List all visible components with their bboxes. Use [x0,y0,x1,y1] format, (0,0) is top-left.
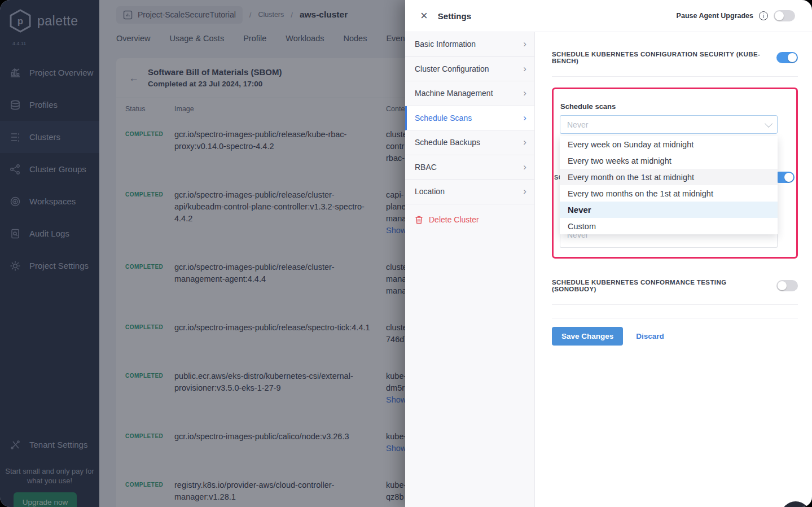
chevron-right-icon: › [523,112,526,124]
info-icon[interactable]: i [759,11,768,20]
save-changes-button[interactable]: Save Changes [552,327,623,346]
menu-item-machine-management[interactable]: Machine Management › [405,81,534,106]
settings-menu: Basic Information › Cluster Configuratio… [405,32,535,507]
close-icon[interactable]: × [420,10,428,22]
schedule-scans-dropdown: Every week on Sunday at midnight Every t… [560,136,778,234]
delete-cluster-button[interactable]: Delete Cluster [405,209,534,230]
schedule-scans-content: SCHEDULE KUBERNETES CONFIGURATION SECURI… [535,32,812,507]
option-every-week[interactable]: Every week on Sunday at midnight [560,136,778,152]
menu-item-schedule-backups[interactable]: Schedule Backups › [405,130,534,155]
schedule-scans-select[interactable]: Never [560,115,778,134]
settings-panel: × Settings Pause Agent Upgrades i Basic … [405,0,812,507]
chevron-right-icon: › [523,63,526,75]
obscured-setting-label: SC [554,174,560,181]
actions-divider [552,318,798,318]
trash-icon [415,215,423,224]
chevron-right-icon: › [523,161,526,173]
pause-agent-upgrades-toggle[interactable] [774,10,795,21]
select-value: Never [567,120,588,129]
menu-item-cluster-configuration[interactable]: Cluster Configuration › [405,57,534,82]
chevron-right-icon: › [523,88,526,99]
menu-item-rbac[interactable]: RBAC › [405,155,534,180]
menu-item-location[interactable]: Location › [405,180,534,204]
settings-title: Settings [438,11,471,21]
sonobuoy-toggle[interactable] [776,280,798,291]
schedule-scans-field-label: Schedule scans [560,102,616,111]
chevron-down-icon [765,119,773,127]
pause-agent-upgrades-label: Pause Agent Upgrades [677,12,753,20]
option-custom[interactable]: Custom [560,218,778,234]
obscured-select-field: Never [560,234,778,248]
option-every-two-weeks[interactable]: Every two weeks at midnight [560,152,778,169]
tutorial-annotation-box: Schedule scans SC Never Never Every week… [552,88,798,259]
sonobuoy-label: SCHEDULE KUBERNETES CONFORMANCE TESTING … [552,279,765,292]
menu-item-schedule-scans[interactable]: Schedule Scans › [405,106,534,131]
kube-bench-label: SCHEDULE KUBERNETES CONFIGURATION SECURI… [552,51,765,64]
chevron-right-icon: › [523,38,526,50]
discard-button[interactable]: Discard [636,332,664,340]
option-every-month[interactable]: Every month on the 1st at midnight [560,169,778,185]
option-never[interactable]: Never [560,202,778,218]
chevron-right-icon: › [523,186,526,197]
app-window: p palette 4.4.11 Project Overview Profil… [0,0,812,507]
kube-bench-toggle[interactable] [776,52,798,63]
menu-item-basic-information[interactable]: Basic Information › [405,32,534,57]
chevron-right-icon: › [523,137,526,148]
option-every-two-months[interactable]: Every two months on the 1st at midnight [560,185,778,202]
